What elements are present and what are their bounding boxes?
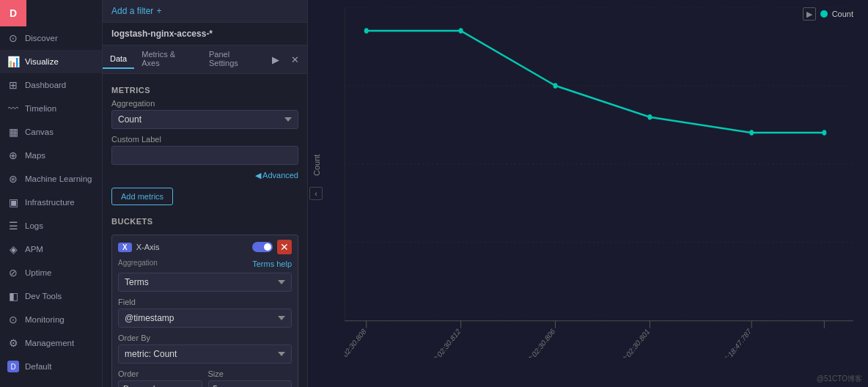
terms-help-link[interactable]: Terms help	[252, 259, 292, 268]
order-group: Order Descend Ascend	[118, 369, 202, 387]
visualize-icon: 📊	[7, 56, 19, 67]
svg-text:February 25th 2022, 19:02:30.8: February 25th 2022, 19:02:30.801	[575, 326, 650, 358]
aggregation-select[interactable]: Count Average Sum Min Max	[111, 110, 298, 129]
canvas-icon: ▦	[7, 126, 19, 138]
svg-point-16	[749, 130, 754, 136]
sidebar-item-maps[interactable]: ⊕ Maps	[0, 144, 102, 167]
order-select[interactable]: Descend Ascend	[118, 380, 202, 387]
advanced-chevron: ◀	[255, 171, 262, 180]
logs-icon: ☰	[7, 220, 19, 232]
advanced-link[interactable]: ◀ Advanced	[111, 171, 298, 180]
sidebar: D ⊙ Discover 📊 Visualize ⊞ Dashboard 〰 T…	[0, 0, 103, 387]
size-input[interactable]	[208, 380, 293, 387]
order-size-row: Order Descend Ascend Size	[118, 369, 292, 387]
bucket-agg-group: Terms Histogram Date Histogram Range	[118, 273, 292, 292]
timelion-icon: 〰	[7, 103, 19, 114]
sidebar-item-canvas[interactable]: ▦ Canvas	[0, 120, 102, 144]
sidebar-item-label: Maps	[25, 151, 45, 160]
chart-svg: 0 5 10 15 20 February 25th 2022,	[345, 7, 853, 358]
sidebar-item-label: Machine Learning	[25, 174, 92, 183]
legend-toggle-button[interactable]: ▶	[803, 7, 816, 21]
chart-prev-button[interactable]: ‹	[309, 187, 323, 200]
field-group: Field @timestamp @version agent bytes	[118, 298, 292, 328]
play-button[interactable]: ▶	[268, 51, 284, 67]
panel-content: Metrics Aggregation Count Average Sum Mi…	[103, 74, 307, 387]
advanced-label: Advanced	[262, 171, 298, 180]
left-panel: Add a filter + logstash-nginx-access-* D…	[103, 0, 308, 387]
add-filter-label: Add a filter	[111, 6, 153, 16]
metrics-section-title: Metrics	[111, 86, 298, 95]
svg-text:February 25th 2022, 16:18:47.7: February 25th 2022, 16:18:47.787	[677, 326, 752, 358]
index-pattern: logstash-nginx-access-*	[103, 23, 307, 45]
sidebar-item-label: Timelion	[25, 104, 56, 113]
sidebar-item-label: Dashboard	[25, 81, 66, 89]
bucket-badge: X	[118, 243, 132, 252]
panel-tab-actions: ▶ ✕	[268, 51, 307, 67]
order-by-select[interactable]: metric: Count Alphabetical	[118, 344, 292, 364]
management-icon: ⚙	[7, 337, 19, 349]
dashboard-icon: ⊞	[7, 79, 19, 91]
sidebar-item-timelion[interactable]: 〰 Timelion	[0, 97, 102, 120]
add-metrics-button[interactable]: Add metrics	[111, 188, 173, 205]
custom-label-input[interactable]	[111, 146, 298, 165]
sidebar-item-label: Logs	[25, 221, 43, 230]
sidebar-item-label: Management	[25, 339, 74, 347]
bucket-item-header: X X-Axis ✕	[118, 240, 292, 254]
tab-metrics-axes[interactable]: Metrics & Axes	[134, 45, 202, 73]
buckets-section-title: Buckets	[111, 217, 153, 226]
custom-label-group: Custom Label	[111, 135, 298, 165]
sidebar-item-ml[interactable]: ⊛ Machine Learning	[0, 167, 102, 191]
sidebar-item-apm[interactable]: ◈ APM	[0, 237, 102, 261]
sidebar-item-logs[interactable]: ☰ Logs	[0, 214, 102, 237]
sidebar-item-label: Discover	[25, 34, 58, 43]
tab-panel-settings[interactable]: Panel Settings	[202, 45, 268, 73]
sidebar-item-label: Uptime	[25, 268, 51, 277]
sidebar-item-label: Dev Tools	[25, 292, 62, 301]
custom-label-label: Custom Label	[111, 135, 298, 144]
svg-text:February 25th 2022, 19:02:30.8: February 25th 2022, 19:02:30.806	[482, 326, 556, 358]
aggregation-label: Aggregation	[111, 99, 298, 108]
sidebar-item-label: APM	[25, 245, 43, 254]
ml-icon: ⊛	[7, 173, 19, 185]
sidebar-item-monitoring[interactable]: ⊙ Monitoring	[0, 308, 102, 331]
svg-point-12	[364, 28, 369, 34]
size-group: Size	[208, 369, 293, 387]
devtools-icon: ◧	[7, 290, 19, 302]
logo: D	[0, 0, 26, 26]
y-axis-label: Count	[312, 155, 321, 176]
close-button[interactable]: ✕	[287, 51, 303, 67]
discover-icon: ⊙	[7, 32, 19, 44]
sidebar-item-dashboard[interactable]: ⊞ Dashboard	[0, 73, 102, 97]
bucket-toggle[interactable]	[252, 242, 273, 252]
field-select[interactable]: @timestamp @version agent bytes	[118, 309, 292, 328]
bucket-delete-button[interactable]: ✕	[277, 240, 292, 254]
sidebar-item-label: Canvas	[25, 128, 54, 136]
svg-text:February 25th 2022, 19:02:30.8: February 25th 2022, 19:02:30.812	[387, 326, 462, 358]
add-filter-icon: +	[156, 6, 161, 16]
sidebar-item-infrastructure[interactable]: ▣ Infrastructure	[0, 191, 102, 214]
aggregation-row: Aggregation Terms help	[118, 259, 292, 268]
add-filter-button[interactable]: Add a filter +	[111, 6, 161, 16]
watermark: @51CTO博客	[817, 374, 862, 384]
sidebar-item-default[interactable]: D Default	[0, 355, 102, 378]
sidebar-item-label: Infrastructure	[25, 198, 75, 207]
maps-icon: ⊕	[7, 150, 19, 161]
sidebar-item-uptime[interactable]: ⊘ Uptime	[0, 261, 102, 284]
svg-point-13	[459, 28, 463, 34]
monitoring-icon: ⊙	[7, 314, 19, 325]
bucket-agg-select[interactable]: Terms Histogram Date Histogram Range	[118, 273, 292, 292]
tab-data[interactable]: Data	[103, 50, 134, 69]
buckets-header: Buckets	[111, 211, 298, 230]
sidebar-item-visualize[interactable]: 📊 Visualize	[0, 50, 102, 73]
default-icon: D	[7, 361, 19, 372]
size-label: Size	[208, 369, 293, 378]
sidebar-item-discover[interactable]: ⊙ Discover	[0, 26, 102, 50]
main-area: ‹ ▶ Count Count 0 5 10 15 20	[308, 0, 868, 387]
order-label: Order	[118, 369, 202, 378]
apm-icon: ◈	[7, 243, 19, 255]
sidebar-item-management[interactable]: ⚙ Management	[0, 331, 102, 355]
sidebar-item-label: Visualize	[25, 57, 59, 66]
legend-dot	[820, 10, 828, 18]
sidebar-item-devtools[interactable]: ◧ Dev Tools	[0, 284, 102, 308]
chart-container: ‹ ▶ Count Count 0 5 10 15 20	[308, 0, 868, 387]
